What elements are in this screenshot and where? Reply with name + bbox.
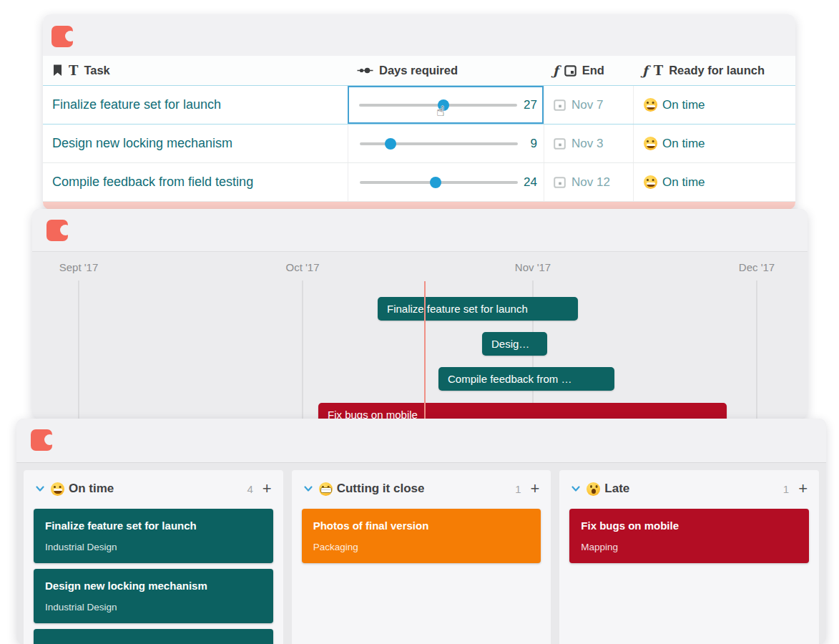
ready-status-cell[interactable]: On time: [633, 86, 795, 124]
board-column-count: 1: [515, 483, 521, 495]
table-row: Finalize feature set for launch 27 ☝ Nov…: [43, 86, 795, 125]
month-gridline: [756, 280, 757, 419]
board-column-title: Late: [604, 482, 629, 496]
board-card-title: Fix bugs on mobile: [581, 519, 798, 532]
board-card-item[interactable]: Fix bugs on mobile Mapping: [569, 509, 809, 563]
coda-logo-notch: [60, 225, 71, 235]
status-emoji: [644, 137, 657, 150]
gantt-bar[interactable]: Fix bugs on mobile: [318, 403, 727, 419]
table-card-header: [43, 14, 795, 56]
formula-icon: ƒ: [642, 64, 648, 77]
board-card-item[interactable]: Finalize feature set for launch Industri…: [34, 509, 273, 563]
calendar-icon: [554, 137, 566, 150]
status-emoji: [319, 482, 333, 496]
page: T Task Days required ƒ End ƒ T Ready for…: [0, 0, 839, 644]
ready-status-cell[interactable]: On time: [633, 163, 795, 201]
slider-track[interactable]: [360, 181, 518, 184]
coda-logo: [46, 220, 68, 241]
coda-logo-notch: [65, 31, 76, 42]
add-card-button[interactable]: +: [530, 481, 539, 497]
chevron-down-icon[interactable]: [35, 484, 45, 493]
gantt-bar[interactable]: Finalize feature set for launch: [378, 297, 578, 321]
board-card-subtitle: Mapping: [581, 542, 798, 553]
slider-icon: [357, 67, 373, 74]
slider-value: 27: [517, 98, 544, 112]
status-emoji: [644, 175, 657, 189]
column-header-task[interactable]: T Task: [43, 56, 348, 85]
days-required-cell[interactable]: 24: [348, 163, 544, 201]
board-card-subtitle: Industrial Design: [45, 602, 262, 613]
add-card-button[interactable]: +: [263, 481, 272, 497]
slider-value: 9: [518, 137, 544, 151]
board-card-subtitle: Packaging: [313, 542, 530, 553]
task-text: Design new locking mechanism: [52, 136, 232, 151]
end-date-cell[interactable]: Nov 3: [544, 125, 633, 162]
table-row: Design new locking mechanism 9 Nov 3 On …: [43, 125, 795, 163]
chevron-down-icon[interactable]: [303, 484, 313, 493]
table-row: Compile feedback from field testing 24 N…: [43, 163, 795, 202]
board-card-subtitle: Industrial Design: [45, 542, 262, 553]
board-column-title: Cutting it close: [337, 482, 425, 496]
calendar-icon: [554, 176, 566, 188]
timeline-view-card: Sept '17 Oct '17 Nov '17 Dec '17 Finaliz…: [32, 209, 808, 419]
column-label-days-required: Days required: [379, 64, 458, 77]
board-card-header: [16, 419, 826, 463]
coda-logo-notch: [44, 434, 55, 445]
calendar-icon: [554, 99, 566, 111]
ready-status-cell[interactable]: On time: [633, 125, 795, 162]
board-column-header: Cutting it close 1 +: [292, 470, 551, 503]
board-view-card: On time 4 + Finalize feature set for lau…: [16, 419, 826, 644]
task-text: Compile feedback from field testing: [52, 175, 253, 190]
today-marker-line: [424, 281, 426, 419]
month-gridline: [302, 280, 303, 419]
table-header-row: T Task Days required ƒ End ƒ T Ready for…: [43, 56, 795, 86]
end-date-text: Nov 3: [571, 137, 603, 151]
board-column-count: 4: [247, 483, 252, 495]
task-text: Finalize feature set for launch: [52, 97, 221, 112]
slider-value: 24: [518, 175, 544, 190]
end-date-cell[interactable]: Nov 7: [544, 86, 633, 124]
status-text: On time: [662, 98, 705, 112]
board-column-header: On time 4 +: [24, 470, 283, 503]
status-emoji: [587, 482, 600, 496]
task-cell[interactable]: Compile feedback from field testing: [43, 163, 348, 201]
month-label: Sept '17: [59, 261, 99, 273]
column-header-days-required[interactable]: Days required: [348, 56, 544, 85]
slider-thumb[interactable]: [430, 177, 441, 188]
slider-thumb[interactable]: [385, 138, 396, 150]
gantt-bar[interactable]: Compile feedback from …: [438, 367, 614, 391]
board-card-item[interactable]: Design new locking mechanism Industrial …: [34, 569, 273, 623]
calendar-icon: [564, 64, 576, 77]
chevron-down-icon[interactable]: [571, 484, 581, 493]
hand-cursor: ☝: [436, 103, 445, 119]
add-card-button[interactable]: +: [798, 481, 808, 497]
month-label: Nov '17: [515, 261, 551, 273]
column-label-end: End: [582, 64, 604, 77]
column-header-ready-for-launch[interactable]: ƒ T Ready for launch: [633, 56, 795, 85]
end-date-text: Nov 12: [571, 175, 610, 190]
board-column-title: On time: [69, 482, 114, 496]
gantt-bar[interactable]: Desig…: [482, 332, 547, 356]
column-label-task: Task: [84, 64, 109, 77]
board-column-on-time: On time 4 + Finalize feature set for lau…: [24, 470, 283, 644]
task-cell[interactable]: Finalize feature set for launch: [43, 86, 348, 124]
board-card-item-partially-visible[interactable]: [34, 629, 273, 644]
days-required-cell-selected[interactable]: 27 ☝: [348, 86, 544, 124]
task-cell[interactable]: Design new locking mechanism: [43, 125, 348, 162]
column-label-ready-for-launch: Ready for launch: [669, 64, 765, 77]
month-gridline: [78, 280, 79, 419]
board-card-title: Design new locking mechanism: [45, 580, 262, 592]
board-column-header: Late 1 +: [559, 470, 819, 503]
slider-track[interactable]: [360, 142, 518, 145]
end-date-text: Nov 7: [571, 98, 603, 112]
text-type-icon: T: [654, 64, 663, 77]
formula-icon: ƒ: [553, 64, 559, 77]
text-type-icon: T: [69, 64, 78, 77]
days-required-cell[interactable]: 9: [348, 125, 544, 162]
column-header-end[interactable]: ƒ End: [544, 56, 633, 85]
board-column-late: Late 1 + Fix bugs on mobile Mapping: [559, 470, 819, 644]
end-date-cell[interactable]: Nov 12: [544, 163, 633, 201]
status-emoji: [51, 482, 64, 496]
board-card-item[interactable]: Photos of final version Packaging: [302, 509, 541, 563]
coda-logo: [31, 429, 52, 451]
